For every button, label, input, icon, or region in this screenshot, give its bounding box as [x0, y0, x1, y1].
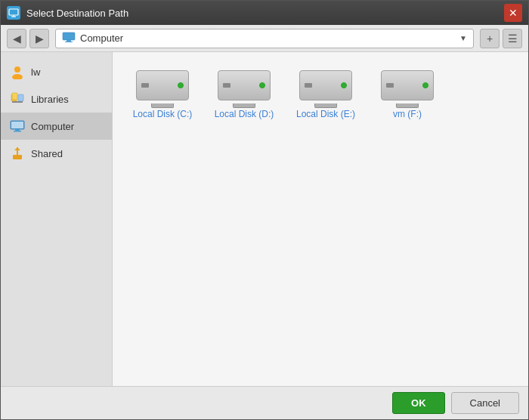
ok-button[interactable]: OK — [392, 392, 445, 414]
sidebar-item-lw[interactable]: lw — [1, 58, 112, 85]
drive-led — [259, 82, 265, 88]
drive-c[interactable]: Local Disk (C:) — [125, 64, 200, 127]
shared-icon — [10, 146, 25, 161]
svg-rect-15 — [14, 131, 21, 132]
sidebar-item-shared-label: Shared — [31, 148, 63, 159]
app-icon — [7, 6, 20, 20]
svg-point-7 — [12, 74, 23, 79]
user-icon — [10, 64, 25, 79]
dialog-title: Select Destination Path — [26, 8, 504, 19]
close-button[interactable]: ✕ — [504, 4, 522, 22]
sidebar-item-libraries[interactable]: Libraries — [1, 85, 112, 113]
libraries-icon — [10, 91, 25, 107]
drive-led — [422, 82, 428, 88]
sidebar-item-lw-label: lw — [31, 66, 40, 78]
svg-rect-11 — [12, 101, 23, 103]
computer-icon — [10, 119, 25, 134]
drive-e-label: Local Disk (E:) — [296, 109, 355, 121]
svg-rect-14 — [15, 129, 20, 131]
sidebar-item-shared[interactable]: Shared — [1, 140, 112, 167]
drive-e-icon — [299, 70, 352, 104]
address-dropdown-arrow[interactable]: ▼ — [459, 34, 467, 42]
svg-rect-4 — [67, 40, 71, 42]
drive-f-label: vm (F:) — [393, 109, 422, 121]
sidebar: lw Libraries — [1, 52, 113, 386]
back-button[interactable]: ◀ — [7, 29, 26, 48]
drive-led — [178, 82, 184, 88]
svg-rect-13 — [11, 122, 23, 128]
content-area: lw Libraries — [1, 52, 528, 386]
sidebar-item-libraries-label: Libraries — [31, 94, 69, 105]
svg-rect-3 — [63, 32, 75, 40]
forward-button[interactable]: ▶ — [29, 29, 49, 48]
svg-rect-10 — [18, 94, 23, 101]
drive-e[interactable]: Local Disk (E:) — [288, 64, 363, 127]
sidebar-item-computer[interactable]: Computer — [1, 113, 112, 140]
select-destination-dialog: Select Destination Path ✕ ◀ ▶ Computer ▼… — [0, 0, 529, 420]
address-computer-icon — [62, 32, 76, 45]
drive-connector — [233, 103, 255, 108]
drive-c-icon — [136, 70, 189, 104]
cancel-button[interactable]: Cancel — [451, 392, 519, 414]
drive-connector — [314, 103, 337, 108]
title-bar: Select Destination Path ✕ — [1, 1, 528, 25]
svg-rect-16 — [13, 155, 22, 159]
view-toggle-button[interactable]: ☰ — [503, 29, 522, 48]
drive-d[interactable]: Local Disk (D:) — [206, 64, 282, 127]
address-text: Computer — [80, 32, 455, 44]
svg-rect-0 — [9, 9, 18, 15]
footer: OK Cancel — [1, 386, 528, 419]
drive-d-label: Local Disk (D:) — [215, 109, 274, 121]
address-bar[interactable]: Computer ▼ — [55, 29, 474, 48]
drive-f-icon — [381, 70, 434, 104]
main-panel: Local Disk (C:) Local Disk (D:) — [113, 52, 528, 386]
drive-c-label: Local Disk (C:) — [133, 109, 193, 121]
svg-rect-5 — [65, 42, 73, 42]
sidebar-item-computer-label: Computer — [31, 121, 74, 132]
drive-d-icon — [218, 70, 271, 104]
drive-connector — [151, 103, 174, 108]
drive-connector — [396, 103, 419, 108]
toolbar: ◀ ▶ Computer ▼ + ☰ — [1, 25, 528, 52]
drive-f[interactable]: vm (F:) — [370, 64, 445, 127]
new-folder-button[interactable]: + — [480, 29, 500, 48]
svg-point-6 — [14, 66, 20, 73]
drive-led — [341, 82, 347, 88]
svg-rect-9 — [12, 93, 17, 100]
